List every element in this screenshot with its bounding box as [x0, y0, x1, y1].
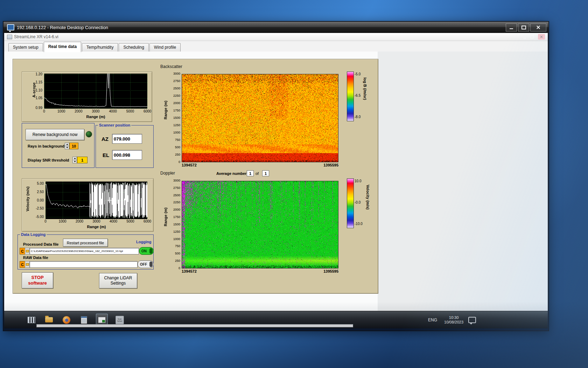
backscatter-y-ticks: 3000275025002250200017501500125010007505…: [168, 72, 180, 164]
range-tick-label: 2750: [173, 79, 180, 83]
remote-taskbar: Scan Sched ENG 10:30 10/08/2023: [4, 311, 548, 328]
streamline-app-icon: [98, 317, 106, 323]
backscatter-x-labels: 1394572 1395595: [182, 163, 338, 167]
doppler-title: Doppler: [160, 171, 175, 176]
rdp-window-title: 192.168.0.122 - Remote Desktop Connectio…: [17, 25, 108, 30]
colorbar-tick-label: -5.0: [355, 73, 360, 76]
doppler-x-labels: 1394572 1395595: [182, 269, 338, 273]
background-controls-group: Renew background now Rays in background …: [22, 123, 94, 168]
taskbar-start-button[interactable]: [26, 314, 37, 326]
raw-path-input[interactable]: [29, 261, 138, 268]
language-indicator[interactable]: ENG: [426, 316, 439, 324]
stop-software-button[interactable]: STOP software: [22, 272, 53, 288]
processed-drive-selector[interactable]: C: [20, 248, 25, 254]
raw-browse-icon[interactable]: [25, 261, 30, 268]
taskbar-scan-scheduler[interactable]: Scan Sched: [114, 314, 125, 326]
taskbar-firefox[interactable]: [61, 314, 72, 326]
az-value-field[interactable]: 079.000: [112, 134, 142, 144]
renew-background-button[interactable]: Renew background now: [26, 129, 84, 140]
logging-label: Logging: [136, 240, 151, 244]
data-logging-group: Data Logging Processed Data file Restart…: [18, 234, 154, 270]
tab-content-area: A-scope 1.201.151.101.050.99 01000200030…: [4, 52, 548, 312]
raw-data-file-label: RAW Data file: [23, 255, 48, 260]
ascope-y-ticks: 1.201.151.101.050.99: [29, 74, 43, 109]
minimize-icon: [510, 28, 513, 29]
rdp-maximize-button[interactable]: [518, 23, 529, 32]
taskbar-clock[interactable]: 10:30 10/08/2023: [444, 315, 463, 325]
velocity-x-axis-label: Range (m): [46, 225, 147, 229]
backscatter-colorbar-label: log B (/m/sr): [363, 77, 367, 100]
range-tick-label: 1750: [173, 109, 180, 112]
off-label: OFF: [140, 263, 147, 266]
processed-browse-icon[interactable]: [25, 248, 30, 254]
taskbar-file-explorer[interactable]: [43, 314, 55, 326]
el-value-field[interactable]: 000.098: [112, 150, 142, 160]
tab-wind-profile[interactable]: Wind profile: [149, 43, 181, 52]
colorbar-tick-label: -10.0: [355, 222, 363, 226]
tab-scheduling[interactable]: Scheduling: [119, 43, 148, 52]
range-tick-label: 2750: [173, 186, 180, 190]
az-label: AZ: [102, 136, 108, 142]
range-tick-label: 0: [178, 160, 180, 164]
change-lidar-settings-button[interactable]: Change LiDAR Settings: [99, 273, 137, 288]
taskbar-streamline-app[interactable]: [96, 314, 108, 326]
range-tick-label: 500: [175, 252, 180, 255]
doppler-heatmap: [182, 181, 338, 268]
processed-logging-toggle[interactable]: ON: [139, 247, 154, 255]
backscatter-x-end: 1395595: [323, 163, 338, 167]
range-tick-label: 500: [175, 145, 180, 149]
tab-real-time-data[interactable]: Real time data: [44, 42, 81, 52]
tab-temp-humidity[interactable]: Temp/humidity: [82, 43, 118, 52]
range-tick-label: 1500: [173, 223, 180, 226]
snr-spinner[interactable]: [72, 157, 77, 163]
content-right-gutter: [378, 52, 548, 312]
rdp-window: 192.168.0.122 - Remote Desktop Connectio…: [3, 21, 549, 331]
app-titlebar[interactable]: StreamLine XR v14-6.vi: [4, 33, 548, 41]
raw-logging-toggle[interactable]: OFF: [138, 260, 154, 268]
doppler-y-ticks: 3000275025002250200017501500125010007505…: [168, 179, 180, 270]
velocity-plot-frame: Velocity (m/s) 5.002.500.00-2.50-5.00 01…: [22, 178, 154, 232]
app-window-icon: [7, 35, 12, 39]
app-close-button[interactable]: [538, 34, 545, 40]
ascope-y-axis-label: A-scope: [32, 82, 36, 97]
restart-processed-file-button[interactable]: Restart processed file: [63, 239, 108, 247]
x-tick-label: 3000: [92, 220, 100, 223]
raw-drive-selector[interactable]: C: [20, 261, 25, 268]
range-tick-label: 0: [178, 266, 180, 270]
rdp-titlebar[interactable]: 192.168.0.122 - Remote Desktop Connectio…: [4, 22, 548, 33]
app-minimize-icon[interactable]: [523, 38, 526, 39]
ascope-x-ticks: 0100020003000400050006000: [44, 110, 147, 114]
y-tick-label: 5.00: [37, 182, 44, 185]
doppler-y-axis-label: Range (m): [163, 207, 168, 226]
average-total-field[interactable]: 1: [262, 170, 269, 176]
range-tick-label: 1000: [173, 131, 180, 134]
backscatter-heatmap: [182, 74, 338, 162]
toggle-lever: [149, 248, 153, 254]
notification-icon[interactable]: [468, 317, 476, 323]
rays-value-field[interactable]: 10: [69, 143, 78, 149]
range-tick-label: 2000: [173, 208, 180, 211]
average-number-label: Average number: [216, 171, 246, 176]
processed-path-input[interactable]: C:\LiDAR\Data\Proc\2023\202308\20230810\…: [29, 248, 139, 254]
x-tick-label: 4000: [109, 110, 117, 113]
scan-scheduler-icon: Scan Sched: [115, 316, 124, 324]
x-tick-label: 0: [43, 110, 45, 113]
close-icon: [540, 35, 543, 38]
rays-spinner[interactable]: [65, 143, 69, 149]
app-maximize-icon[interactable]: [530, 35, 534, 39]
y-tick-label: 1.20: [36, 73, 42, 76]
y-tick-label: 2.50: [37, 190, 44, 194]
rdp-minimize-button[interactable]: [506, 23, 517, 32]
x-tick-label: 3000: [92, 110, 99, 113]
maximize-icon: [522, 26, 526, 29]
stop-line1: STOP: [31, 275, 43, 280]
doppler-colorbar-label: Velocity (m/s): [366, 185, 370, 210]
close-icon: [536, 25, 540, 29]
x-tick-label: 0: [44, 220, 47, 223]
taskbar-notepad[interactable]: [78, 314, 90, 326]
average-number-field[interactable]: 1: [247, 170, 254, 176]
snr-value-field[interactable]: 1: [77, 157, 88, 163]
x-tick-label: 4000: [110, 220, 117, 223]
tab-system-setup[interactable]: System setup: [8, 43, 43, 52]
rdp-close-button[interactable]: [530, 23, 546, 32]
